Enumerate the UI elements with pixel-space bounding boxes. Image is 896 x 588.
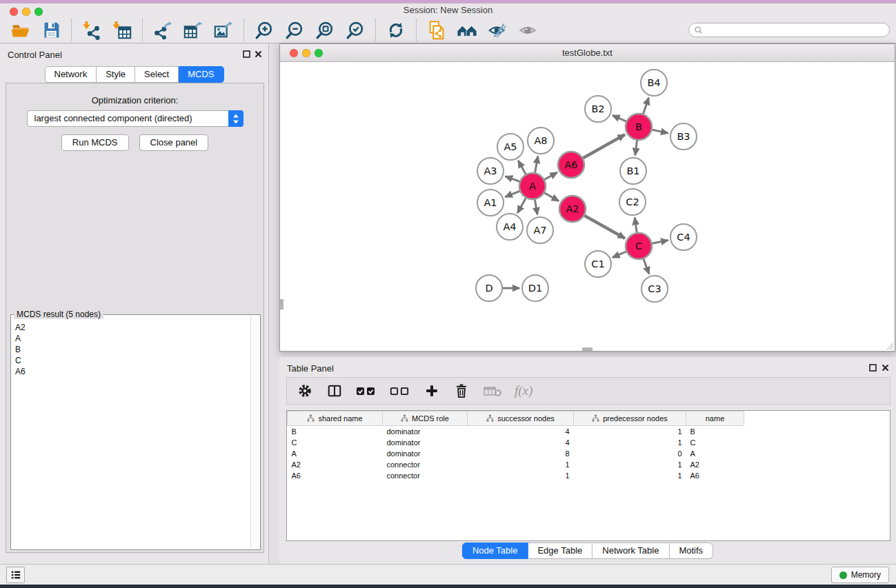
table-cell[interactable]: B xyxy=(686,426,744,437)
export-network-button[interactable] xyxy=(150,19,176,42)
zoom-in-button[interactable] xyxy=(251,19,277,42)
unchecked-boxes-icon xyxy=(390,385,410,397)
run-mcds-button[interactable]: Run MCDS xyxy=(61,134,129,151)
apply-layout-button[interactable] xyxy=(383,19,409,42)
delete-column-button[interactable] xyxy=(452,381,470,401)
table-cell[interactable]: 1 xyxy=(468,459,574,470)
table-cell[interactable]: 1 xyxy=(574,426,686,437)
table-cell[interactable]: B xyxy=(288,426,383,437)
table-cell[interactable]: dominator xyxy=(383,437,468,448)
table-cell[interactable]: connector xyxy=(383,470,468,481)
column-header-name[interactable]: name xyxy=(686,412,744,426)
search-input[interactable] xyxy=(703,24,889,36)
zoom-selected-button[interactable] xyxy=(342,19,368,42)
horizontal-scroll-indicator[interactable] xyxy=(582,347,593,351)
table-cell[interactable]: A6 xyxy=(288,470,383,481)
mcds-result-item[interactable]: A xyxy=(12,333,249,344)
table-cell[interactable]: connector xyxy=(383,459,468,470)
zoom-fit-button[interactable] xyxy=(312,19,338,42)
deselect-all-columns-button[interactable] xyxy=(389,381,411,401)
float-panel-icon[interactable] xyxy=(243,50,250,58)
hide-selected-button[interactable] xyxy=(484,19,510,42)
open-session-button[interactable] xyxy=(8,19,34,42)
tab-mcds[interactable]: MCDS xyxy=(179,66,223,83)
table-cell[interactable]: C xyxy=(686,437,744,448)
save-session-button[interactable] xyxy=(38,19,64,42)
table-cell[interactable]: 4 xyxy=(468,426,574,437)
eye-slash-icon xyxy=(487,20,508,41)
mcds-result-item[interactable]: C xyxy=(12,355,249,366)
table-row: Cdominator41C xyxy=(288,437,890,448)
mcds-result-item[interactable]: B xyxy=(12,344,249,355)
table-cell[interactable]: dominator xyxy=(383,448,468,459)
table-cell[interactable]: 1 xyxy=(574,459,686,470)
mcds-tab-content: Optimization criterion: largest connecte… xyxy=(6,83,264,553)
select-all-columns-button[interactable] xyxy=(355,381,377,401)
table-cell[interactable]: A6 xyxy=(686,470,744,481)
graph-node-label: C1 xyxy=(591,258,604,270)
add-column-button[interactable] xyxy=(423,381,441,401)
table-cell[interactable]: 4 xyxy=(468,437,574,448)
clone-network-button[interactable] xyxy=(424,19,450,42)
mcds-result-item[interactable]: A6 xyxy=(12,366,249,377)
tab-network-table[interactable]: Network Table xyxy=(593,543,669,559)
table-cell[interactable]: A2 xyxy=(288,459,383,470)
table-cell[interactable]: 8 xyxy=(468,448,574,459)
first-neighbors-button[interactable] xyxy=(454,19,480,42)
export-image-button[interactable] xyxy=(210,19,237,42)
table-cell[interactable]: 1 xyxy=(574,470,686,481)
toolbar-separator xyxy=(375,19,376,41)
column-header-shared-name[interactable]: shared name xyxy=(288,412,383,426)
graph-node-label: A7 xyxy=(533,225,546,236)
graph-node-label: B4 xyxy=(647,77,660,88)
search-field xyxy=(688,23,890,37)
float-panel-icon[interactable] xyxy=(869,364,877,372)
memory-button[interactable]: Memory xyxy=(831,567,889,583)
optimization-criterion-select[interactable]: largest connected component (directed) xyxy=(27,110,243,127)
import-network-button[interactable] xyxy=(79,19,105,42)
table-cell[interactable]: 1 xyxy=(574,437,686,448)
table-cell[interactable]: C xyxy=(288,437,383,448)
vertical-scroll-indicator[interactable] xyxy=(280,299,283,310)
import-table-button[interactable] xyxy=(109,19,135,42)
optimization-criterion-value: largest connected component (directed) xyxy=(34,113,192,123)
show-all-button[interactable] xyxy=(515,19,541,42)
tab-select[interactable]: Select xyxy=(135,66,179,83)
column-type-icon xyxy=(592,414,599,422)
network-canvas[interactable]: AA1A3A5A8A4A7A6A2BB1B2B3B4CC1C2C3C4DD1 xyxy=(280,62,895,351)
column-header-mcds-role[interactable]: MCDS role xyxy=(383,412,468,426)
table-cell[interactable]: 0 xyxy=(574,448,686,459)
resize-grip-icon[interactable] xyxy=(885,341,894,350)
tab-node-table[interactable]: Node Table xyxy=(462,543,528,559)
function-builder-button[interactable]: f(x) xyxy=(515,383,532,398)
table-settings-button[interactable] xyxy=(296,381,314,401)
close-panel-icon[interactable] xyxy=(882,364,889,372)
close-panel-icon[interactable] xyxy=(255,50,262,58)
column-header-predecessor-nodes[interactable]: predecessor nodes xyxy=(574,412,686,426)
toolbar-separator xyxy=(71,19,72,41)
row-filler xyxy=(744,448,890,459)
import-network-icon xyxy=(81,20,102,41)
tab-motifs[interactable]: Motifs xyxy=(669,543,713,559)
delete-table-button[interactable] xyxy=(482,381,503,401)
node-table: shared name MCDS role successor nodes pr… xyxy=(286,410,890,541)
panel-menu-button[interactable] xyxy=(6,567,25,583)
result-scrollbar[interactable] xyxy=(250,316,259,549)
tab-style[interactable]: Style xyxy=(97,66,135,83)
close-panel-button[interactable]: Close panel xyxy=(139,134,209,151)
table-cell[interactable]: A2 xyxy=(686,459,744,470)
table-cell[interactable]: A xyxy=(288,448,383,459)
split-view-button[interactable] xyxy=(326,381,344,401)
mcds-result-item[interactable]: A2 xyxy=(12,322,249,333)
table-panel-title: Table Panel xyxy=(287,363,334,374)
table-cell[interactable]: 1 xyxy=(468,470,574,481)
column-header-successor-nodes[interactable]: successor nodes xyxy=(468,412,574,426)
tab-network[interactable]: Network xyxy=(44,66,97,83)
table-cell[interactable]: A xyxy=(686,448,744,459)
table-row: A2connector11A2 xyxy=(288,459,890,470)
export-image-icon xyxy=(213,20,234,41)
export-table-button[interactable] xyxy=(180,19,206,42)
table-cell[interactable]: dominator xyxy=(383,426,468,437)
zoom-out-button[interactable] xyxy=(281,19,308,42)
tab-edge-table[interactable]: Edge Table xyxy=(528,543,593,559)
